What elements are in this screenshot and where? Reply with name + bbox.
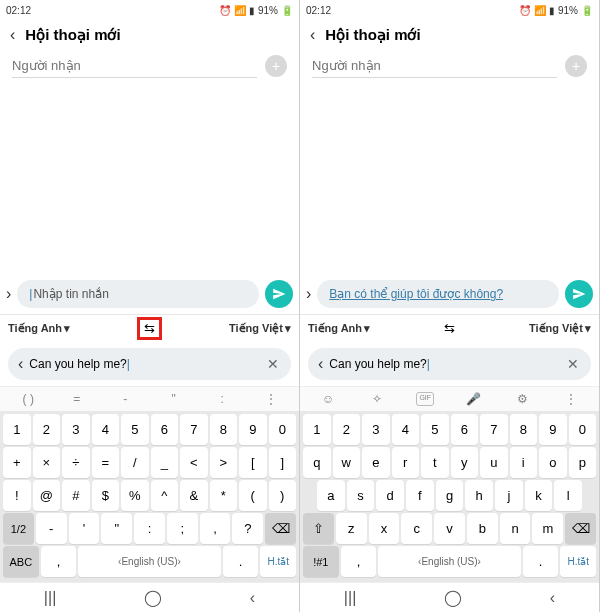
translate-input[interactable]: ‹ Can you help me?| ✕ bbox=[308, 348, 591, 380]
message-input[interactable]: Bạn có thể giúp tôi được không? bbox=[317, 280, 559, 308]
key-dot[interactable]: . bbox=[223, 546, 259, 577]
key[interactable]: g bbox=[436, 480, 464, 511]
key[interactable]: : bbox=[134, 513, 165, 544]
key[interactable]: , bbox=[200, 513, 231, 544]
key[interactable]: k bbox=[525, 480, 553, 511]
key[interactable]: ; bbox=[167, 513, 198, 544]
key[interactable]: ) bbox=[269, 480, 297, 511]
key[interactable]: d bbox=[376, 480, 404, 511]
key[interactable]: 3 bbox=[62, 414, 90, 445]
key[interactable]: < bbox=[180, 447, 208, 478]
key[interactable]: s bbox=[347, 480, 375, 511]
clear-icon[interactable]: ✕ bbox=[567, 356, 581, 372]
sugg-item[interactable]: : bbox=[213, 392, 231, 406]
shortcut-key[interactable]: H.tắt bbox=[560, 546, 596, 577]
key[interactable]: 7 bbox=[480, 414, 508, 445]
key[interactable]: - bbox=[36, 513, 67, 544]
key[interactable]: 8 bbox=[210, 414, 238, 445]
target-language[interactable]: Tiếng Việt▾ bbox=[229, 322, 291, 335]
key[interactable]: f bbox=[406, 480, 434, 511]
key[interactable]: b bbox=[467, 513, 498, 544]
key[interactable]: e bbox=[362, 447, 390, 478]
key[interactable]: * bbox=[210, 480, 238, 511]
key-page[interactable]: 1/2 bbox=[3, 513, 34, 544]
spacebar[interactable]: ‹ English (US) › bbox=[378, 546, 521, 577]
back-nav-icon[interactable]: ‹ bbox=[250, 589, 255, 607]
clear-icon[interactable]: ✕ bbox=[267, 356, 281, 372]
key[interactable]: q bbox=[303, 447, 331, 478]
key[interactable]: [ bbox=[239, 447, 267, 478]
back-icon[interactable]: ‹ bbox=[10, 26, 15, 44]
key[interactable]: c bbox=[401, 513, 432, 544]
key[interactable]: l bbox=[554, 480, 582, 511]
key[interactable]: 7 bbox=[180, 414, 208, 445]
key[interactable]: t bbox=[421, 447, 449, 478]
key-dot[interactable]: . bbox=[523, 546, 559, 577]
key[interactable]: / bbox=[121, 447, 149, 478]
shift-key[interactable]: ⇧ bbox=[303, 513, 334, 544]
key[interactable]: j bbox=[495, 480, 523, 511]
key[interactable]: × bbox=[33, 447, 61, 478]
key[interactable]: ÷ bbox=[62, 447, 90, 478]
key[interactable]: n bbox=[500, 513, 531, 544]
sugg-item[interactable]: ( ) bbox=[19, 392, 37, 406]
key[interactable]: ^ bbox=[151, 480, 179, 511]
key[interactable]: 3 bbox=[362, 414, 390, 445]
key[interactable]: $ bbox=[92, 480, 120, 511]
recipient-input[interactable] bbox=[312, 54, 557, 78]
key[interactable]: 9 bbox=[239, 414, 267, 445]
key[interactable]: 2 bbox=[333, 414, 361, 445]
key[interactable]: 5 bbox=[421, 414, 449, 445]
key[interactable]: 1 bbox=[3, 414, 31, 445]
message-input[interactable]: | Nhập tin nhắn bbox=[17, 280, 259, 308]
sugg-item[interactable]: - bbox=[116, 392, 134, 406]
key[interactable]: = bbox=[92, 447, 120, 478]
back-icon[interactable]: ‹ bbox=[318, 355, 323, 373]
key[interactable]: 1 bbox=[303, 414, 331, 445]
expand-icon[interactable]: › bbox=[306, 285, 311, 303]
shortcut-key[interactable]: H.tắt bbox=[260, 546, 296, 577]
key-mode[interactable]: ABC bbox=[3, 546, 39, 577]
key[interactable]: y bbox=[451, 447, 479, 478]
key[interactable]: 0 bbox=[569, 414, 597, 445]
sugg-item[interactable]: " bbox=[165, 392, 183, 406]
sticker-icon[interactable]: ✧ bbox=[368, 392, 386, 406]
add-recipient-button[interactable]: + bbox=[565, 55, 587, 77]
key[interactable]: & bbox=[180, 480, 208, 511]
key[interactable]: 6 bbox=[451, 414, 479, 445]
key[interactable]: i bbox=[510, 447, 538, 478]
key[interactable]: @ bbox=[33, 480, 61, 511]
home-icon[interactable]: ◯ bbox=[444, 588, 462, 607]
key[interactable]: % bbox=[121, 480, 149, 511]
key[interactable]: h bbox=[465, 480, 493, 511]
expand-icon[interactable]: › bbox=[6, 285, 11, 303]
add-recipient-button[interactable]: + bbox=[265, 55, 287, 77]
key[interactable]: 0 bbox=[269, 414, 297, 445]
key[interactable]: " bbox=[101, 513, 132, 544]
key[interactable]: ! bbox=[3, 480, 31, 511]
key[interactable]: _ bbox=[151, 447, 179, 478]
more-icon[interactable]: ⋮ bbox=[562, 392, 580, 406]
backspace-key[interactable]: ⌫ bbox=[265, 513, 296, 544]
recents-icon[interactable]: ||| bbox=[344, 589, 356, 607]
key[interactable]: 8 bbox=[510, 414, 538, 445]
backspace-key[interactable]: ⌫ bbox=[565, 513, 596, 544]
key[interactable]: o bbox=[539, 447, 567, 478]
key[interactable]: ( bbox=[239, 480, 267, 511]
key[interactable]: 4 bbox=[392, 414, 420, 445]
send-button[interactable] bbox=[565, 280, 593, 308]
sugg-item[interactable]: = bbox=[68, 392, 86, 406]
key[interactable]: 6 bbox=[151, 414, 179, 445]
key[interactable]: 2 bbox=[33, 414, 61, 445]
spacebar[interactable]: ‹ English (US) › bbox=[78, 546, 221, 577]
back-nav-icon[interactable]: ‹ bbox=[550, 589, 555, 607]
swap-languages-button[interactable]: ⇆ bbox=[439, 319, 460, 338]
gif-icon[interactable]: GIF bbox=[416, 392, 434, 406]
key[interactable]: r bbox=[392, 447, 420, 478]
key-mode[interactable]: !#1 bbox=[303, 546, 339, 577]
emoji-icon[interactable]: ☺ bbox=[319, 392, 337, 406]
source-language[interactable]: Tiếng Anh▾ bbox=[8, 322, 70, 335]
back-icon[interactable]: ‹ bbox=[18, 355, 23, 373]
key[interactable]: > bbox=[210, 447, 238, 478]
key[interactable]: m bbox=[532, 513, 563, 544]
